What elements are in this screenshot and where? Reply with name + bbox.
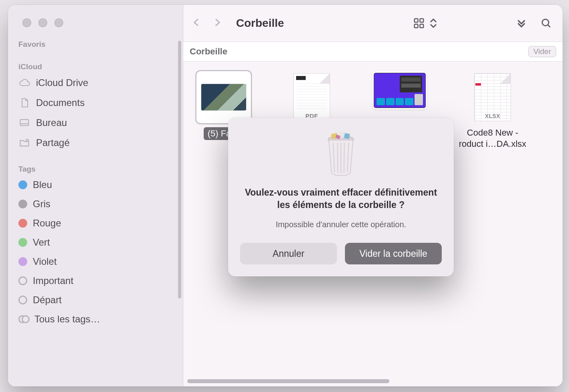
file-type-label: XLSX: [475, 113, 511, 119]
sidebar-scrollbar[interactable]: [178, 41, 181, 298]
forward-button[interactable]: [212, 16, 222, 31]
dialog-subtitle: Impossible d'annuler cette opération.: [276, 220, 406, 229]
sidebar-item-label: Important: [33, 275, 73, 286]
window-title: Corbeille: [236, 17, 300, 30]
sidebar-tag-violet[interactable]: Violet: [8, 252, 183, 271]
svg-point-1: [26, 139, 28, 142]
svg-line-12: [344, 143, 345, 173]
toolbar: Corbeille: [183, 5, 563, 42]
dialog-title: Voulez-vous vraiment effacer définitivem…: [240, 186, 442, 211]
search-button[interactable]: [540, 17, 552, 29]
dialog-buttons: Annuler Vider la corbeille: [240, 243, 442, 264]
horizontal-scrollbar[interactable]: [187, 378, 555, 384]
view-switcher[interactable]: [413, 17, 439, 29]
file-thumbnail: PDF: [284, 71, 339, 123]
sidebar-item-icloud-drive[interactable]: iCloud Drive: [8, 73, 183, 93]
sidebar-item-desktop[interactable]: Bureau: [8, 113, 183, 133]
location-bar: Corbeille Vider: [183, 42, 563, 62]
sidebar: Favoris iCloud iCloud Drive Documents Bu…: [8, 5, 183, 386]
nav-arrows: [191, 16, 232, 31]
svg-line-7: [548, 25, 550, 27]
pdf-icon: PDF: [293, 73, 330, 121]
sidebar-item-label: Partagé: [36, 137, 70, 148]
sidebar-section-icloud: iCloud: [8, 60, 183, 73]
finder-window: Favoris iCloud iCloud Drive Documents Bu…: [8, 5, 563, 386]
svg-rect-0: [20, 120, 29, 126]
tag-color-icon: [18, 238, 27, 247]
desktop-icon: [18, 117, 30, 129]
svg-rect-3: [420, 19, 424, 22]
sidebar-tag-rouge[interactable]: Rouge: [8, 214, 183, 233]
sidebar-item-documents[interactable]: Documents: [8, 93, 183, 113]
tag-outline-icon: [18, 296, 27, 304]
sidebar-all-tags[interactable]: Tous les tags…: [8, 310, 183, 329]
sidebar-item-label: Bureau: [36, 117, 67, 128]
more-toolbar-button[interactable]: [515, 17, 527, 29]
sidebar-section-tags: Tags: [8, 162, 183, 175]
tag-outline-icon: [18, 276, 27, 285]
shared-folder-icon: [18, 137, 30, 149]
svg-line-10: [337, 143, 338, 173]
svg-rect-5: [420, 24, 424, 28]
cloud-icon: [18, 77, 30, 89]
sidebar-tag-vert[interactable]: Vert: [8, 233, 183, 252]
sidebar-item-label: Bleu: [33, 179, 52, 190]
file-thumbnail: [373, 71, 427, 110]
zoom-window-button[interactable]: [54, 18, 63, 27]
sidebar-item-label: Rouge: [33, 218, 61, 229]
image-preview-icon: [201, 84, 246, 110]
file-item[interactable]: [367, 71, 433, 114]
sidebar-item-label: iCloud Drive: [36, 77, 88, 88]
trash-full-icon: [322, 129, 360, 181]
svg-point-6: [542, 19, 549, 26]
sidebar-item-label: Documents: [36, 97, 84, 108]
document-icon: [18, 97, 30, 109]
chevron-up-down-icon: [427, 17, 439, 29]
sidebar-item-shared[interactable]: Partagé: [8, 133, 183, 153]
file-item[interactable]: XLSX Code8 New - roduct i…DA.xlsx: [455, 71, 531, 149]
sidebar-tag-depart[interactable]: Départ: [8, 290, 183, 310]
sidebar-item-label: Vert: [33, 237, 50, 248]
tag-color-icon: [18, 219, 27, 228]
file-name: Code8 New - roduct i…DA.xlsx: [455, 127, 531, 149]
sidebar-item-label: Gris: [33, 198, 50, 210]
svg-rect-16: [344, 133, 350, 139]
empty-trash-dialog: Voulez-vous vraiment effacer définitivem…: [228, 118, 454, 276]
sidebar-section-favorites: Favoris: [8, 38, 183, 50]
tag-color-icon: [18, 180, 27, 189]
sidebar-item-label: Tous les tags…: [34, 314, 100, 325]
screenshot-preview-icon: [374, 73, 425, 108]
minimize-window-button[interactable]: [38, 18, 47, 27]
location-title: Corbeille: [190, 46, 227, 57]
sidebar-item-label: Départ: [33, 294, 62, 306]
cancel-button[interactable]: Annuler: [240, 243, 337, 264]
tag-color-icon: [18, 200, 27, 208]
sidebar-item-label: Violet: [33, 256, 57, 267]
back-button[interactable]: [191, 16, 202, 31]
icon-view-icon: [413, 17, 425, 29]
sidebar-tag-gris[interactable]: Gris: [8, 194, 183, 214]
empty-trash-confirm-button[interactable]: Vider la corbeille: [345, 243, 442, 264]
empty-trash-button[interactable]: Vider: [528, 46, 556, 57]
file-thumbnail: [196, 71, 251, 123]
xlsx-icon: XLSX: [474, 73, 511, 121]
svg-rect-4: [415, 24, 418, 28]
close-window-button[interactable]: [22, 18, 31, 27]
tag-color-icon: [18, 257, 27, 266]
all-tags-icon: [18, 315, 29, 324]
file-thumbnail: XLSX: [465, 71, 520, 123]
sidebar-tag-bleu[interactable]: Bleu: [8, 175, 183, 194]
svg-rect-2: [415, 19, 418, 22]
window-controls: [8, 12, 183, 38]
sidebar-tag-important[interactable]: Important: [8, 271, 183, 290]
